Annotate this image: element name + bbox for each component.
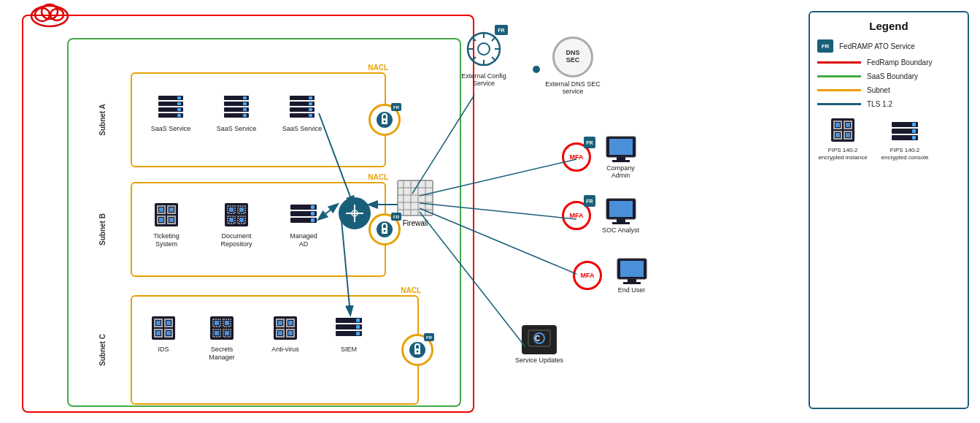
doc-repo-icon [221, 199, 252, 230]
svg-rect-126 [612, 222, 630, 224]
svg-rect-26 [243, 96, 247, 99]
ext-config-icon-wrap: FR [466, 31, 502, 70]
svg-rect-108 [398, 180, 433, 216]
mfa-2-text: MFA [570, 212, 584, 219]
legend-fedramp-label: FedRAMP ATO Service [839, 42, 915, 50]
mfa-badge-2-wrap: MFA FR [562, 201, 591, 230]
svg-rect-142 [846, 133, 850, 137]
svg-rect-64 [311, 218, 315, 222]
legend-fedramp-line [817, 61, 861, 64]
ids-icon [148, 313, 179, 343]
svg-rect-94 [288, 331, 293, 335]
svg-rect-57 [239, 207, 244, 212]
end-user-monitor-icon [614, 257, 649, 286]
legend-box: Legend FR FedRAMP ATO Service FedRamp Bo… [809, 11, 969, 409]
svg-rect-100 [356, 332, 360, 335]
svg-rect-46 [159, 207, 163, 212]
svg-rect-77 [210, 316, 234, 340]
svg-rect-140 [836, 133, 840, 137]
soc-analyst-label: SOC Analyst [602, 226, 639, 234]
svg-rect-130 [623, 282, 641, 284]
svg-rect-82 [215, 321, 219, 325]
svg-rect-148 [912, 136, 916, 140]
svg-rect-21 [177, 114, 181, 117]
legend-subnet-label: Subnet [867, 86, 890, 94]
svg-rect-75 [166, 321, 171, 325]
ticketing-system: TicketingSystem [141, 199, 192, 248]
dns-sec: DNSSEC External DNS SEC service [544, 37, 602, 95]
svg-rect-147 [912, 129, 916, 133]
legend-fips-console: FIPS 140-2 encrypted console [879, 118, 930, 161]
ext-config-icon [466, 31, 502, 67]
svg-rect-98 [356, 319, 360, 322]
antivirus-label: Anti-virus [271, 346, 299, 354]
legend-tls-row: TLS 1.2 [817, 100, 960, 108]
nacl-c-fr-badge: FR [424, 333, 434, 341]
ticketing-icon [151, 199, 182, 230]
nacl-c-icon: FR [401, 334, 433, 366]
dns-sec-icon: DNSSEC [552, 37, 593, 77]
soc-analyst-row: MFA FR SOC Analyst [562, 197, 644, 234]
svg-point-103 [417, 351, 419, 353]
ids-label: IDS [158, 346, 169, 354]
svg-rect-47 [159, 218, 163, 222]
svg-rect-83 [215, 331, 219, 335]
cloud-icon [29, 0, 69, 28]
mfa-1-fr-badge: FR [584, 137, 595, 148]
svg-point-118 [478, 43, 490, 55]
svg-rect-128 [620, 261, 644, 277]
svg-rect-146 [912, 123, 916, 126]
svg-rect-74 [156, 331, 161, 335]
svg-rect-35 [309, 102, 312, 105]
end-user-row: MFA End User [573, 257, 655, 294]
saas-service-2-icon [221, 92, 252, 123]
nacl-c-label: NACL [401, 286, 421, 294]
svg-rect-19 [177, 102, 181, 105]
managed-ad-label: ManagedAD [290, 232, 317, 248]
svg-text:C: C [535, 335, 540, 343]
svg-point-67 [384, 230, 386, 232]
svg-rect-63 [311, 212, 315, 216]
firewall: Firewall [396, 179, 434, 227]
mfa-badge-3: MFA [573, 261, 602, 290]
svg-rect-91 [278, 321, 282, 325]
subnet-b-label: Subnet B [99, 213, 107, 245]
company-admin-monitor-icon [603, 135, 638, 164]
legend-tls-label: TLS 1.2 [867, 100, 892, 108]
svg-rect-73 [156, 321, 161, 325]
mfa-badge-1-wrap: MFA FR [562, 142, 591, 172]
firewall-label: Firewall [403, 219, 428, 227]
end-user-label: End User [618, 286, 646, 294]
managed-ad-icon [288, 199, 319, 230]
svg-rect-85 [225, 331, 229, 335]
legend-fips-row: FIPS 140-2 encrypted instance FIPS 140-2… [817, 115, 960, 161]
mfa-2-fr-badge: FR [584, 195, 595, 207]
antivirus-icon [270, 313, 301, 343]
saas-service-3: SaaS Service [277, 92, 328, 133]
nacl-a-label: NACL [368, 64, 388, 72]
firewall-icon [396, 179, 434, 217]
svg-point-9 [533, 66, 540, 73]
svg-rect-49 [169, 218, 174, 222]
ids-service: IDS [138, 313, 189, 354]
managed-ad: ManagedAD [278, 199, 329, 248]
legend-fedramp-row: FR FedRAMP ATO Service [817, 39, 960, 53]
legend-subnet-line [817, 89, 861, 91]
antivirus: Anti-virus [260, 313, 311, 354]
subnet-c-box: Subnet C NACL [131, 295, 419, 405]
doc-repo-label: DocumentRepository [220, 232, 252, 248]
svg-rect-50 [225, 203, 248, 226]
saas-service-2-label: SaaS Service [217, 125, 257, 133]
legend-fips-console-icon [890, 118, 919, 145]
nacl-b-label: NACL [368, 173, 388, 181]
nacl-a-fr-badge: FR [391, 103, 401, 111]
siem-icon [333, 313, 364, 343]
secrets-manager-label: SecretsManager [209, 346, 235, 362]
dns-sec-label: External DNS SEC service [544, 80, 602, 95]
svg-rect-124 [609, 201, 633, 217]
nacl-b-icon: FR [369, 213, 401, 245]
soc-analyst-monitor-icon [603, 197, 638, 226]
svg-rect-20 [177, 108, 181, 111]
svg-rect-37 [309, 114, 312, 117]
service-updates-icon: C [522, 325, 557, 354]
